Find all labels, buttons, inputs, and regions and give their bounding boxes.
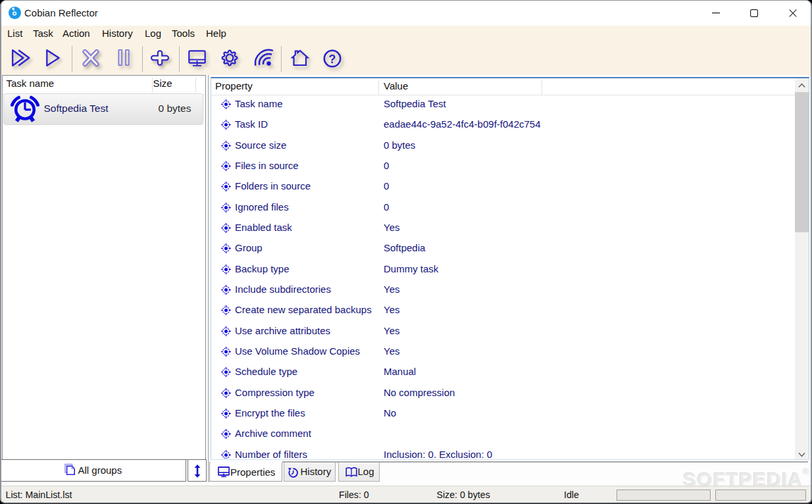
svg-text:?: ? [329, 53, 336, 66]
